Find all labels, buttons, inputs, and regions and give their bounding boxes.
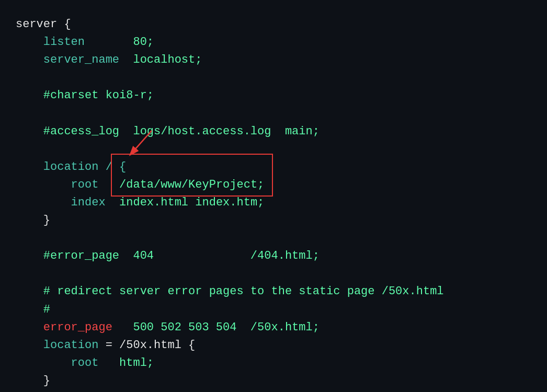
token: 80; bbox=[133, 33, 154, 51]
code-line-18: error_page 500 502 503 504 /50x.html; bbox=[16, 319, 531, 337]
code-line-8 bbox=[16, 141, 531, 158]
code-line-14: #error_page 404 /404.html; bbox=[16, 247, 531, 265]
token: index.html index.htm; bbox=[119, 194, 264, 212]
token: html; bbox=[119, 354, 154, 372]
token: localhost; bbox=[133, 51, 202, 69]
code-line-21: } bbox=[16, 372, 531, 390]
token: location / { bbox=[16, 158, 126, 176]
token: # redirect server error pages to the sta… bbox=[16, 283, 444, 301]
token: server bbox=[16, 16, 64, 33]
code-line-3: server_name localhost; bbox=[16, 51, 531, 69]
token: root bbox=[16, 176, 119, 194]
token: /data/www/KeyProject; bbox=[119, 176, 264, 194]
token: { bbox=[64, 16, 71, 33]
token: location bbox=[16, 337, 98, 354]
token: index bbox=[16, 194, 119, 212]
code-line-16: # redirect server error pages to the sta… bbox=[16, 283, 531, 301]
token: listen bbox=[16, 33, 133, 51]
code-line-12: } bbox=[16, 212, 531, 229]
code-line-19: location = /50x.html { bbox=[16, 337, 531, 354]
token: = /50x.html { bbox=[98, 337, 195, 354]
token: root bbox=[16, 354, 119, 372]
token: } bbox=[16, 212, 50, 229]
code-editor: server { listen 80; server_name localhos… bbox=[0, 0, 547, 392]
code-line-11: index index.html index.htm; bbox=[16, 194, 531, 212]
code-line-4 bbox=[16, 69, 531, 87]
code-line-15 bbox=[16, 265, 531, 283]
token: } bbox=[16, 372, 50, 390]
code-line-7: #access_log logs/host.access.log main; bbox=[16, 123, 531, 141]
code-line-1: server { bbox=[16, 16, 531, 33]
code-line-22 bbox=[16, 390, 531, 392]
code-line-2: listen 80; bbox=[16, 33, 531, 51]
code-line-17: # bbox=[16, 301, 531, 319]
token: 500 502 503 504 /50x.html; bbox=[133, 319, 319, 337]
code-line-20: root html; bbox=[16, 354, 531, 372]
token: server_name bbox=[16, 51, 133, 69]
code-line-9: location / { bbox=[16, 158, 531, 176]
token: # bbox=[16, 301, 50, 319]
token: #charset koi8-r; bbox=[16, 87, 154, 105]
code-line-5: #charset koi8-r; bbox=[16, 87, 531, 105]
token: error_page bbox=[16, 319, 133, 337]
token: #access_log logs/host.access.log main; bbox=[16, 123, 320, 141]
code-line-6 bbox=[16, 105, 531, 122]
code-line-10: root /data/www/KeyProject; bbox=[16, 176, 531, 194]
code-line-13 bbox=[16, 229, 531, 247]
token: #error_page 404 /404.html; bbox=[16, 247, 320, 265]
